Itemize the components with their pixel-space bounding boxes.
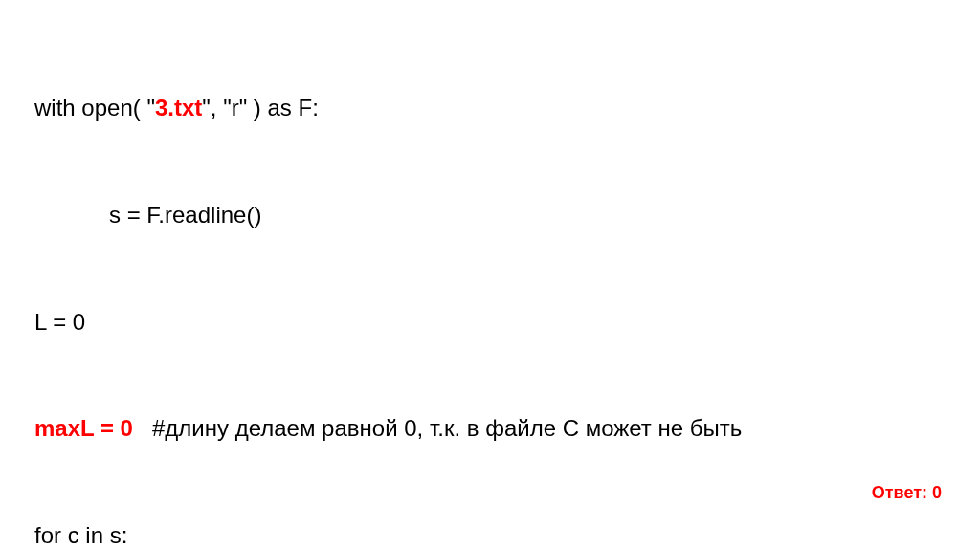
answer-label: Ответ: 0 — [872, 483, 942, 503]
code-line-5: for c in s: — [34, 517, 742, 549]
text: maxL = 0 — [34, 415, 133, 441]
code-block: with open( "3.txt", "r" ) as F: s = F.re… — [34, 19, 742, 549]
code-line-4: maxL = 0 #длину делаем равной 0, т.к. в … — [34, 410, 742, 446]
filename: 3.txt — [155, 95, 202, 121]
code-line-3: L = 0 — [34, 304, 742, 340]
code-line-1: with open( "3.txt", "r" ) as F: — [34, 90, 742, 125]
text: with open( " — [34, 95, 155, 121]
code-line-2: s = F.readline() — [34, 197, 742, 232]
comment: #длину делаем равной 0, т.к. в файле C м… — [133, 415, 742, 441]
text: ", "r" ) as F: — [202, 95, 319, 121]
